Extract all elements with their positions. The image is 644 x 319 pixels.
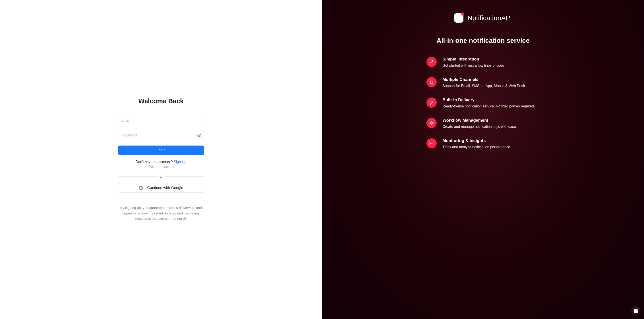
feature-list: Simple Integration Get started with just… [426, 57, 540, 150]
login-heading: Welcome Back [138, 98, 184, 105]
login-form: Welcome Back Login Don't have an account… [118, 98, 204, 222]
login-button[interactable]: Login [118, 146, 204, 155]
tos-paragraph: By signing up, you agree to our Terms of… [119, 205, 203, 222]
feature-monitoring-insights: Monitoring & Insights Track and analyze … [426, 138, 540, 150]
feature-desc: Track and analyze notification performan… [442, 144, 510, 150]
marketing-panel: NotificationAPi All-in-one notification … [322, 0, 644, 319]
feature-title: Multiple Channels [442, 77, 525, 82]
login-panel: Welcome Back Login Don't have an account… [0, 0, 322, 319]
feature-multiple-channels: Multiple Channels Support for Email, SMS… [426, 77, 540, 88]
brand-logo-icon [454, 13, 464, 22]
brand-name: NotificationAPi [468, 14, 512, 22]
bell-icon [426, 77, 437, 87]
feature-title: Monitoring & Insights [442, 138, 510, 143]
continue-with-google-button[interactable]: Continue with Google [118, 183, 204, 193]
tos-link[interactable]: Terms of Service [168, 206, 194, 210]
feature-desc: Support for Email, SMS, In-App, Mobile &… [442, 83, 525, 88]
or-divider: or [118, 174, 204, 178]
lightning-icon [426, 118, 437, 128]
rocket-icon [426, 98, 437, 108]
svg-marker-4 [430, 121, 434, 125]
feature-title: Workflow Management [442, 118, 516, 123]
signup-link[interactable]: Sign Up [174, 160, 186, 164]
brand-name-accent: i [510, 14, 512, 22]
tos-prefix: By signing up, you agree to our [120, 206, 169, 210]
feature-desc: Ready-to-use notification service. No th… [442, 104, 535, 109]
feature-built-in-delivery: Built-in Delivery Ready-to-use notificat… [426, 98, 540, 109]
feature-workflow-management: Workflow Management Create and manage no… [426, 118, 540, 129]
reset-password-link[interactable]: Reset password [148, 165, 174, 169]
google-button-label: Continue with Google [147, 186, 183, 190]
email-field-wrap [118, 116, 204, 126]
brand-name-plain: NotificationAP [468, 14, 510, 22]
plug-icon [426, 57, 437, 67]
signup-prefix: Don't have an account? [136, 160, 174, 164]
feature-desc: Get started with just a few lines of cod… [442, 63, 504, 68]
tagline: All-in-one notification service [436, 37, 530, 44]
feature-desc: Create and manage notification logic wit… [442, 124, 516, 129]
signup-row: Don't have an account? Sign Up [136, 160, 186, 164]
password-field[interactable] [118, 131, 204, 140]
help-widget-button[interactable] [631, 306, 640, 316]
divider-text: or [156, 174, 166, 178]
notification-icon [634, 309, 638, 313]
eye-off-icon [197, 133, 202, 138]
feature-simple-integration: Simple Integration Get started with just… [426, 57, 540, 68]
toggle-password-visibility-button[interactable] [197, 133, 202, 138]
feature-title: Simple Integration [442, 57, 504, 62]
brand: NotificationAPi [454, 13, 512, 22]
google-icon [139, 186, 143, 190]
chart-line-icon [426, 138, 437, 148]
feature-title: Built-in Delivery [442, 98, 535, 102]
password-field-wrap [118, 131, 204, 140]
email-field[interactable] [118, 116, 204, 126]
